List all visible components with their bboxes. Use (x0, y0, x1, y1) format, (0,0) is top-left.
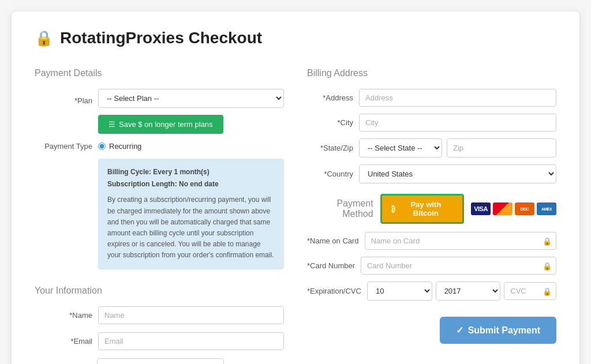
save-btn-label: Save $ on longer term plans (119, 120, 213, 129)
card-number-label: *Card Number (307, 261, 355, 270)
expiry-inputs: 10 2017 🔒 (367, 282, 556, 301)
payment-method-label: Payment Method (307, 198, 373, 219)
mastercard-icon[interactable] (493, 202, 513, 215)
name-on-card-input-wrapper: 🔒 (365, 232, 556, 250)
card-number-lock-icon: 🔒 (543, 261, 552, 270)
recurring-label-text: Recurring (109, 142, 141, 151)
bitcoin-btn-label: Pay with Bitcoin (399, 200, 453, 217)
your-info-title: Your Information (35, 286, 284, 296)
page-header: 🔒 RotatingProxies Checkout (35, 29, 556, 47)
plan-select[interactable]: -- Select Plan -- (98, 89, 284, 108)
authorized-ip-label: *Authorized IP (35, 361, 92, 365)
your-information-section: Your Information *Name *Email *Authorize… (35, 286, 284, 365)
plan-label: *Plan (35, 92, 92, 105)
cvc-input-wrapper: 🔒 (504, 282, 556, 300)
visa-icon[interactable]: VISA (471, 202, 491, 215)
address-row: *Address (307, 89, 556, 107)
card-number-row: *Card Number 🔒 (307, 257, 556, 275)
card-number-input[interactable] (361, 257, 556, 275)
name-input[interactable] (98, 306, 284, 324)
expiry-year-select[interactable]: 2017 (436, 282, 501, 301)
lock-icon: 🔒 (35, 29, 53, 47)
country-label: *Country (307, 170, 353, 178)
payment-type-row: Payment Type Recurring (35, 142, 284, 151)
recurring-radio[interactable] (98, 142, 106, 150)
billing-info-box: Billing Cycle: Every 1 month(s) Subscrip… (98, 159, 284, 269)
email-input[interactable] (98, 332, 284, 350)
bitcoin-icon: ₿ (391, 205, 395, 213)
name-on-card-row: *Name on Card 🔒 (307, 232, 556, 250)
plan-row: *Plan -- Select Plan -- (35, 89, 284, 108)
name-on-card-input[interactable] (365, 232, 556, 250)
authorized-ip-input[interactable] (97, 358, 224, 365)
amex-icon[interactable]: AMEX (537, 202, 556, 215)
main-layout: Payment Details *Plan -- Select Plan -- … (35, 68, 556, 364)
submit-area: ✓ Submit Payment (307, 307, 556, 344)
payment-type-label: Payment Type (35, 142, 92, 151)
expiration-row: *Expiration/CVC 10 2017 🔒 (307, 282, 556, 301)
address-label: *Address (307, 93, 353, 102)
city-input[interactable] (359, 114, 556, 132)
state-zip-inputs: -- Select State -- (359, 138, 556, 157)
name-on-card-lock-icon: 🔒 (543, 237, 552, 245)
page-container: 🔒 RotatingProxies Checkout Payment Detai… (12, 12, 579, 364)
left-column: Payment Details *Plan -- Select Plan -- … (35, 68, 284, 364)
sub-length-label: Subscription Length: No end date (107, 179, 275, 190)
email-row: *Email (35, 332, 284, 350)
page-title: RotatingProxies Checkout (60, 29, 262, 47)
payment-method-row: Payment Method ₿ Pay with Bitcoin VISA D… (307, 194, 556, 224)
state-label: *State/Zip (307, 144, 353, 152)
state-select[interactable]: -- Select State -- (359, 138, 442, 157)
country-row: *Country United States (307, 164, 556, 183)
name-label: *Name (35, 306, 92, 320)
address-input[interactable] (359, 89, 556, 107)
billing-address-section: Billing Address *Address *City *State/Zi… (307, 68, 556, 344)
expiry-month-select[interactable]: 10 (367, 282, 432, 301)
city-row: *City (307, 114, 556, 132)
submit-payment-button[interactable]: ✓ Submit Payment (440, 317, 556, 344)
payment-details-title: Payment Details (35, 68, 284, 78)
submit-checkmark-icon: ✓ (456, 325, 463, 336)
billing-info-body: By creating a subscription/recurring pay… (107, 194, 275, 261)
bitcoin-button[interactable]: ₿ Pay with Bitcoin (380, 194, 464, 224)
card-number-input-wrapper: 🔒 (361, 257, 556, 275)
save-longer-term-button[interactable]: ☰ Save $ on longer term plans (98, 115, 223, 134)
payment-method-section: Payment Method ₿ Pay with Bitcoin VISA D… (307, 194, 556, 344)
email-label: *Email (35, 332, 92, 346)
zip-input[interactable] (447, 138, 556, 157)
state-zip-row: *State/Zip -- Select State -- (307, 138, 556, 157)
name-on-card-label: *Name on Card (307, 237, 359, 245)
right-column: Billing Address *Address *City *State/Zi… (307, 68, 556, 364)
name-row: *Name (35, 306, 284, 324)
list-icon: ☰ (109, 120, 115, 129)
billing-cycle-label: Billing Cycle: Every 1 month(s) (107, 167, 275, 178)
expiration-label: *Expiration/CVC (307, 287, 361, 295)
submit-btn-label: Submit Payment (468, 325, 540, 336)
recurring-radio-label[interactable]: Recurring (98, 142, 141, 151)
discover-icon[interactable]: DISC (515, 202, 534, 215)
city-label: *City (307, 118, 353, 127)
billing-address-title: Billing Address (307, 68, 556, 78)
card-icons-group: VISA DISC AMEX (471, 202, 556, 215)
cvc-lock-icon: 🔒 (543, 287, 552, 295)
authorized-ip-row: *Authorized IP Multiple IPs > (35, 358, 284, 365)
country-select[interactable]: United States (359, 164, 556, 183)
payment-details-section: Payment Details *Plan -- Select Plan -- … (35, 68, 284, 269)
